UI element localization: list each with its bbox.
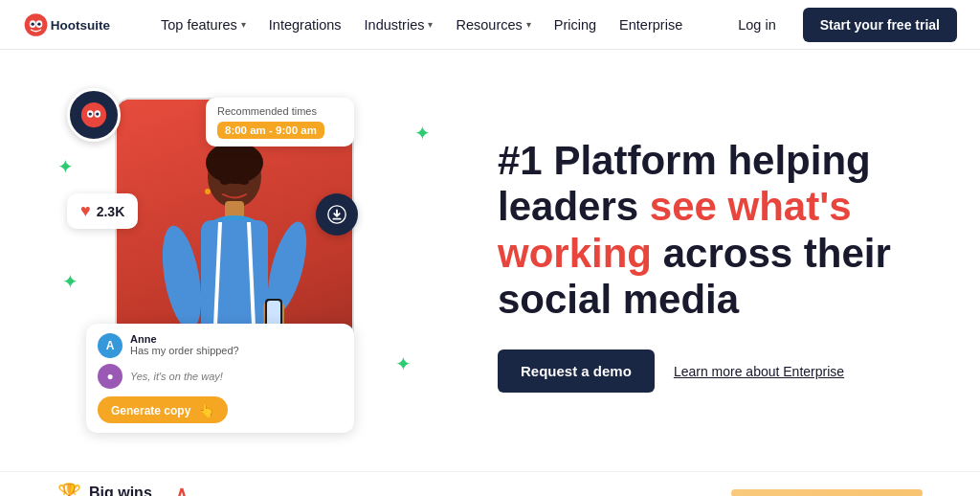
svg-point-9 <box>89 112 92 115</box>
hootsuite-avatar <box>67 88 121 142</box>
svg-point-4 <box>37 22 40 25</box>
nav-item-resources[interactable]: Resources ▾ <box>446 10 540 40</box>
nav-menu: Top features ▾ Integrations Industries ▾… <box>151 10 726 40</box>
hero-cta: Request a demo Learn more about Enterpri… <box>498 349 923 393</box>
svg-point-3 <box>31 22 33 25</box>
svg-point-23 <box>205 189 211 194</box>
learn-enterprise-link[interactable]: Learn more about Enterprise <box>674 364 844 379</box>
like-count: 2.3K <box>97 204 125 219</box>
svg-point-16 <box>156 223 209 333</box>
big-wins-label: Big wins <box>89 485 152 496</box>
nav-item-pricing[interactable]: Pricing <box>545 10 606 40</box>
cursor-icon: 👆 <box>198 402 214 417</box>
trophy-icon: 🏆 <box>57 482 81 496</box>
chevron-up-icon: ∧ <box>175 483 188 496</box>
svg-point-21 <box>220 179 230 185</box>
login-button[interactable]: Log in <box>726 11 788 38</box>
heart-icon: ♥ <box>80 201 91 221</box>
chevron-down-icon: ▾ <box>241 19 246 30</box>
nav-item-integrations[interactable]: Integrations <box>259 10 351 40</box>
chat-message-text: Has my order shipped? <box>130 345 343 356</box>
chevron-down-icon: ▾ <box>526 19 531 30</box>
orange-progress-bar <box>731 489 923 496</box>
chat-response-text: Yes, it's on the way! <box>130 371 223 382</box>
chat-username: Anne <box>130 333 343 345</box>
big-wins-section: 🏆 Big wins ∧ <box>57 482 188 496</box>
sparkle-icon: ✦ <box>414 122 431 145</box>
hero-title-accent: see what'sworking <box>498 184 852 275</box>
sparkle-icon: ✦ <box>62 270 78 293</box>
logo[interactable]: Hootsuite <box>23 11 128 38</box>
nav-item-top-features[interactable]: Top features ▾ <box>151 10 256 40</box>
navbar: Hootsuite Top features ▾ Integrations In… <box>0 0 980 50</box>
svg-point-22 <box>239 179 249 185</box>
recommended-time: 8:00 am - 9:00 am <box>217 122 324 139</box>
generate-copy-button[interactable]: Generate copy 👆 <box>98 396 228 423</box>
download-icon-card <box>316 193 358 236</box>
hero-section: ✦ ✦ ✦ ✦ Recommended times 8:00 am - 9:00… <box>0 50 980 471</box>
svg-point-10 <box>96 112 99 115</box>
chevron-down-icon: ▾ <box>428 19 433 30</box>
bot-avatar: ● <box>98 364 122 389</box>
svg-point-0 <box>25 13 48 36</box>
navbar-actions: Log in Start your free trial <box>726 8 957 42</box>
sparkle-icon: ✦ <box>57 155 74 178</box>
recommended-label: Recommended times <box>217 105 343 117</box>
request-demo-button[interactable]: Request a demo <box>498 349 655 393</box>
chat-generate-panel: A Anne Has my order shipped? ● Yes, it's… <box>86 324 354 433</box>
like-count-card: ♥ 2.3K <box>67 193 138 229</box>
svg-point-6 <box>81 102 106 127</box>
hero-title: #1 Platform helping leaders see what'swo… <box>498 138 923 323</box>
chat-bot-response: ● Yes, it's on the way! <box>98 364 343 389</box>
start-trial-button[interactable]: Start your free trial <box>803 8 957 42</box>
hero-illustration: ✦ ✦ ✦ ✦ Recommended times 8:00 am - 9:00… <box>57 79 459 452</box>
nav-item-enterprise[interactable]: Enterprise <box>610 10 692 40</box>
hero-content: #1 Platform helping leaders see what'swo… <box>498 138 923 393</box>
recommended-times-card: Recommended times 8:00 am - 9:00 am <box>206 98 354 147</box>
sparkle-icon: ✦ <box>395 352 412 375</box>
svg-point-12 <box>206 142 263 184</box>
svg-text:Hootsuite: Hootsuite <box>51 18 111 33</box>
chat-user-message: A Anne Has my order shipped? <box>98 333 343 358</box>
bottom-bar: 🏆 Big wins ∧ <box>0 471 980 496</box>
user-avatar: A <box>98 333 122 358</box>
nav-item-industries[interactable]: Industries ▾ <box>355 10 443 40</box>
